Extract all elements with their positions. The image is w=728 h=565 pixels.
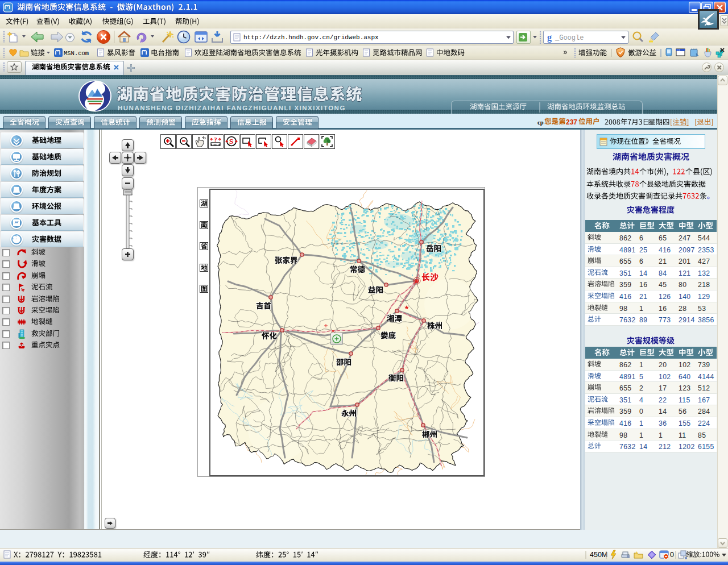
svg-text:?: ? — [214, 136, 217, 143]
svg-text:S: S — [229, 137, 233, 146]
